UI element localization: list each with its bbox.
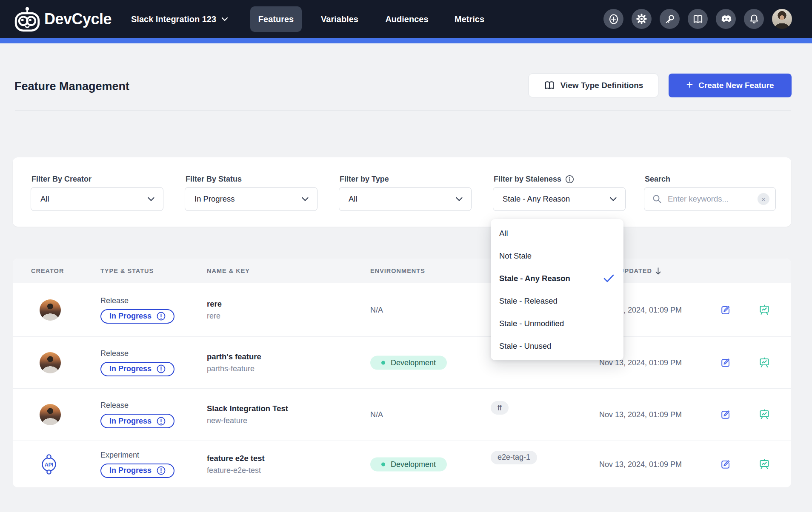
option-label: Stale - Unmodified: [499, 319, 564, 328]
user-avatar[interactable]: [772, 9, 792, 29]
bell-icon: [749, 14, 760, 25]
environment-pill: Development: [370, 356, 447, 370]
check-icon: [603, 274, 614, 282]
tab-label: Audiences: [385, 14, 428, 24]
status-badge: In Progress: [100, 362, 174, 376]
status-badge: In Progress: [100, 309, 174, 324]
table-row[interactable]: API Experiment In Progress feature e2e t…: [13, 441, 791, 487]
plus-circle-icon: [608, 14, 619, 25]
add-button[interactable]: [603, 9, 623, 29]
staleness-select[interactable]: Stale - Any Reason: [493, 187, 626, 211]
exclamation-circle-icon: [157, 417, 166, 426]
dropdown-option-stale-any-reason[interactable]: Stale - Any Reason: [491, 267, 623, 290]
notifications-button[interactable]: [744, 9, 764, 29]
filter-card: Filter By Creator All Filter By Status I…: [13, 157, 791, 227]
project-name: Slack Integration 123: [131, 14, 216, 24]
tab-label: Features: [258, 14, 294, 24]
create-new-feature-button[interactable]: + Create New Feature: [669, 74, 792, 97]
table-row[interactable]: Release In Progress Slack Integration Te…: [13, 389, 791, 441]
environment-dot: [381, 361, 385, 364]
exclamation-circle-icon: [157, 312, 166, 321]
edit-button[interactable]: [720, 409, 732, 421]
status-label: In Progress: [109, 417, 152, 426]
tab-metrics[interactable]: Metrics: [444, 0, 495, 38]
tab-features[interactable]: Features: [250, 6, 302, 32]
creator-avatar: [40, 352, 61, 373]
updated-date: Nov 13, 2024, 01:09 PM: [587, 410, 694, 419]
creator-avatar: [40, 404, 61, 425]
environment-label: Development: [391, 358, 436, 367]
type-select[interactable]: All: [339, 187, 472, 211]
edit-button[interactable]: [720, 458, 732, 470]
page-title: Feature Management: [14, 80, 129, 93]
status-label: In Progress: [109, 364, 152, 373]
exclamation-circle-icon: [157, 466, 166, 475]
dropdown-option-not-stale[interactable]: Not Stale: [491, 245, 623, 267]
dropdown-option-all[interactable]: All: [491, 222, 623, 245]
devcycle-logo[interactable]: DevCycle: [14, 6, 112, 32]
staleness-select-value: Stale - Any Reason: [503, 194, 570, 204]
api-keys-button[interactable]: [660, 9, 680, 29]
creator-avatar: [40, 299, 61, 321]
feature-name[interactable]: rere: [207, 299, 222, 309]
option-label: Not Stale: [499, 251, 532, 261]
chevron-down-icon: [221, 17, 228, 21]
search-input[interactable]: Enter keywords... ×: [644, 187, 776, 211]
metrics-button[interactable]: [758, 304, 770, 316]
feature-name[interactable]: parth's feature: [207, 352, 261, 361]
features-table: CREATOR TYPE & STATUS NAME & KEY ENVIRON…: [13, 259, 791, 487]
feature-type: Release: [100, 401, 174, 410]
creator-select-value: All: [40, 194, 49, 204]
creator-select[interactable]: All: [31, 187, 163, 211]
book-icon: [692, 14, 703, 25]
project-selector[interactable]: Slack Integration 123: [131, 0, 228, 38]
tab-audiences[interactable]: Audiences: [379, 0, 435, 38]
column-label: UPDATED: [620, 259, 652, 283]
gear-icon: [636, 13, 647, 25]
chevron-down-icon: [456, 197, 463, 201]
feature-type: Release: [100, 349, 174, 358]
button-label: View Type Definitions: [560, 81, 643, 90]
table-row[interactable]: Release In Progress rere rere N/A Nov 13…: [13, 283, 791, 337]
filter-by-creator-label: Filter By Creator: [31, 174, 163, 184]
feature-name[interactable]: Slack Integration Test: [207, 404, 288, 413]
metrics-button[interactable]: [758, 458, 770, 470]
view-type-definitions-button[interactable]: View Type Definitions: [529, 74, 658, 97]
feature-key: feature-e2e-test: [207, 466, 265, 475]
tab-label: Variables: [321, 14, 358, 24]
type-select-value: All: [349, 194, 357, 204]
dropdown-option-stale-released[interactable]: Stale - Released: [491, 290, 623, 312]
brand-name: DevCycle: [44, 10, 112, 28]
environments-value: N/A: [370, 410, 383, 419]
feature-name[interactable]: feature e2e test: [207, 454, 265, 463]
header-divider: [15, 110, 791, 111]
feature-key: new-feature: [207, 416, 288, 425]
discord-icon: [720, 14, 732, 24]
status-badge: In Progress: [100, 464, 174, 478]
tab-variables[interactable]: Variables: [314, 0, 365, 38]
dropdown-option-stale-unused[interactable]: Stale - Unused: [491, 335, 623, 357]
status-select[interactable]: In Progress: [185, 187, 317, 211]
edit-button[interactable]: [720, 357, 732, 369]
info-icon[interactable]: [565, 175, 574, 184]
tag-pill: ff: [491, 401, 509, 415]
settings-button[interactable]: [632, 9, 652, 29]
status-label: In Progress: [109, 312, 152, 321]
metrics-button[interactable]: [758, 357, 770, 369]
dropdown-option-stale-unmodified[interactable]: Stale - Unmodified: [491, 312, 623, 335]
docs-button[interactable]: [688, 9, 708, 29]
filter-by-status-label: Filter By Status: [185, 174, 317, 184]
updated-date: Nov 13, 2024, 01:09 PM: [587, 460, 694, 469]
clear-search-button[interactable]: ×: [758, 193, 769, 205]
option-label: Stale - Released: [499, 296, 558, 306]
table-row[interactable]: Release In Progress parth's feature part…: [13, 337, 791, 389]
discord-button[interactable]: [716, 9, 736, 29]
option-label: All: [499, 229, 508, 238]
metrics-button[interactable]: [758, 409, 770, 421]
search-label: Search: [644, 174, 776, 184]
option-label: Stale - Any Reason: [499, 274, 570, 283]
environment-pill: Development: [370, 457, 447, 471]
navbar: DevCycle Slack Integration 123 Features …: [0, 0, 812, 38]
edit-button[interactable]: [720, 304, 732, 316]
table-header: CREATOR TYPE & STATUS NAME & KEY ENVIRON…: [13, 259, 791, 283]
